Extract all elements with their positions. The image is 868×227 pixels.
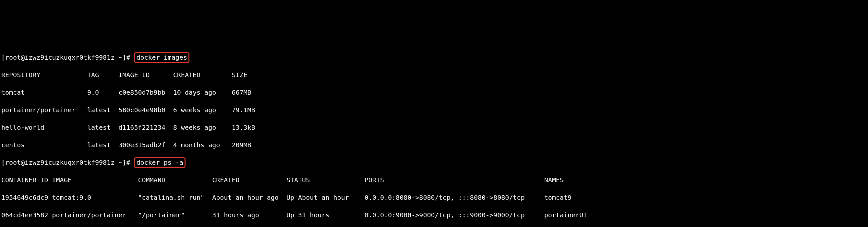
cmd-docker-ps-a: docker ps -a bbox=[136, 159, 183, 166]
container-row: 064cd4ee3582portainer/portainer"/portain… bbox=[1, 211, 867, 220]
image-row: portainer/portainerlatest580c0e4e98b06 w… bbox=[1, 106, 867, 115]
image-row: tomcat9.0c0e850d7b9bb10 days ago667MB bbox=[1, 88, 867, 97]
container-row: 1954649c6dc9tomcat:9.0"catalina.sh run"A… bbox=[1, 193, 867, 202]
image-row: centoslatest300e315adb2f4 months ago209M… bbox=[1, 141, 867, 150]
highlight-cmd-images: docker images bbox=[134, 52, 189, 63]
highlight-cmd-ps-a-1: docker ps -a bbox=[134, 157, 186, 168]
terminal[interactable]: [root@izwz9icuzkuqxr0tkf9981z ~]# docker… bbox=[0, 44, 868, 227]
cmd-docker-images: docker images bbox=[136, 54, 187, 61]
images-header: REPOSITORYTAGIMAGE IDCREATEDSIZE bbox=[1, 71, 867, 79]
shell-prompt: [root@izwz9icuzkuqxr0tkf9981z ~]# bbox=[1, 159, 130, 166]
prompt-line-1: [root@izwz9icuzkuqxr0tkf9981z ~]# docker… bbox=[1, 53, 867, 62]
image-row: hello-worldlatestd1165f2212348 weeks ago… bbox=[1, 123, 867, 132]
prompt-line-2: [root@izwz9icuzkuqxr0tkf9981z ~]# docker… bbox=[1, 158, 867, 167]
ps-header: CONTAINER IDIMAGECOMMANDCREATEDSTATUSPOR… bbox=[1, 176, 867, 185]
shell-prompt: [root@izwz9icuzkuqxr0tkf9981z ~]# bbox=[1, 54, 130, 61]
